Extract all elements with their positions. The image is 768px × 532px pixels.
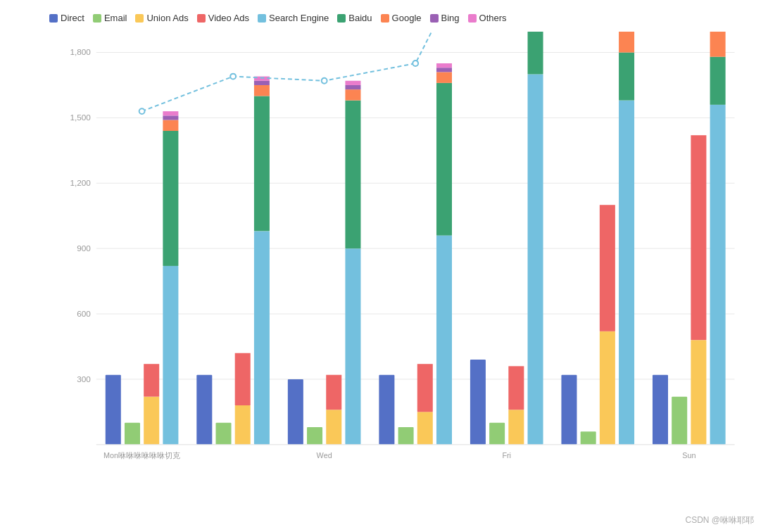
svg-point-82 <box>230 74 236 80</box>
svg-rect-76 <box>710 57 726 105</box>
legend-item-search-engine: Search Engine <box>258 13 329 23</box>
legend-item-email: Email <box>93 13 127 23</box>
svg-rect-23 <box>163 120 178 131</box>
svg-rect-55 <box>508 410 524 445</box>
svg-text:300: 300 <box>77 374 91 384</box>
svg-rect-19 <box>144 397 159 445</box>
svg-rect-36 <box>307 427 322 445</box>
legend-item-direct: Direct <box>49 13 84 23</box>
svg-text:1,800: 1,800 <box>70 47 91 57</box>
svg-rect-33 <box>254 81 270 85</box>
svg-rect-54 <box>489 423 505 445</box>
svg-rect-57 <box>528 74 543 444</box>
svg-rect-40 <box>345 101 360 249</box>
svg-text:1,500: 1,500 <box>70 113 91 122</box>
svg-rect-22 <box>163 131 178 266</box>
svg-rect-47 <box>417 364 433 412</box>
svg-rect-51 <box>436 68 452 72</box>
svg-rect-35 <box>288 379 303 445</box>
svg-text:600: 600 <box>77 309 91 319</box>
legend-item-google: Google <box>381 13 422 23</box>
svg-rect-41 <box>345 89 360 100</box>
main-chart: 3006009001,2001,5001,800Mon咻咻咻咻咻咻切克WedFr… <box>49 32 754 479</box>
svg-rect-28 <box>235 405 251 445</box>
svg-rect-42 <box>345 85 360 89</box>
svg-rect-66 <box>619 101 634 445</box>
svg-rect-45 <box>398 427 414 445</box>
svg-rect-37 <box>326 410 341 445</box>
legend-item-others: Others <box>468 13 507 23</box>
svg-rect-64 <box>600 331 615 445</box>
svg-rect-56 <box>508 366 524 410</box>
svg-rect-50 <box>436 72 452 82</box>
svg-rect-46 <box>417 412 433 444</box>
svg-rect-75 <box>710 105 726 445</box>
legend-item-union-ads: Union Ads <box>135 13 188 23</box>
legend-item-video-ads: Video Ads <box>197 13 249 23</box>
svg-text:Fri: Fri <box>502 451 511 460</box>
svg-point-83 <box>322 78 327 84</box>
svg-rect-53 <box>470 360 486 445</box>
svg-rect-72 <box>672 397 687 445</box>
chart-container: DirectEmailUnion AdsVideo AdsSearch Engi… <box>0 0 768 532</box>
svg-rect-63 <box>581 431 596 445</box>
svg-rect-31 <box>254 96 270 231</box>
svg-point-81 <box>139 108 145 114</box>
svg-rect-21 <box>163 266 178 445</box>
svg-point-84 <box>413 61 418 66</box>
svg-rect-71 <box>653 375 668 445</box>
svg-rect-48 <box>436 236 452 445</box>
svg-rect-67 <box>619 53 634 101</box>
svg-rect-25 <box>163 111 178 115</box>
svg-rect-44 <box>379 375 394 445</box>
svg-rect-58 <box>528 32 543 74</box>
svg-rect-27 <box>216 423 232 445</box>
svg-rect-17 <box>106 375 121 445</box>
svg-rect-43 <box>345 81 360 85</box>
svg-rect-18 <box>125 423 140 445</box>
svg-rect-20 <box>144 364 159 396</box>
chart-legend: DirectEmailUnion AdsVideo AdsSearch Engi… <box>49 7 754 29</box>
svg-rect-32 <box>254 85 270 96</box>
svg-rect-52 <box>436 63 452 68</box>
svg-rect-74 <box>691 135 706 340</box>
svg-text:Mon咻咻咻咻咻咻切克: Mon咻咻咻咻咻咻切克 <box>103 451 180 460</box>
svg-text:Sun: Sun <box>682 451 695 460</box>
svg-rect-26 <box>196 375 212 445</box>
svg-rect-39 <box>345 248 360 445</box>
svg-text:900: 900 <box>77 243 91 253</box>
svg-text:1,200: 1,200 <box>70 178 91 188</box>
svg-rect-68 <box>619 32 634 53</box>
svg-rect-49 <box>436 83 452 236</box>
svg-rect-73 <box>691 340 706 445</box>
svg-rect-38 <box>326 375 341 410</box>
svg-rect-30 <box>254 231 270 444</box>
legend-item-baidu: Baidu <box>337 13 372 23</box>
svg-rect-24 <box>163 115 178 120</box>
svg-rect-62 <box>561 375 577 445</box>
svg-rect-65 <box>600 205 615 331</box>
legend-item-bing: Bing <box>430 13 460 23</box>
svg-rect-77 <box>710 32 726 57</box>
svg-rect-29 <box>235 353 251 405</box>
svg-text:Wed: Wed <box>317 451 332 460</box>
watermark: CSDN @咻咻耶耶 <box>685 514 754 526</box>
